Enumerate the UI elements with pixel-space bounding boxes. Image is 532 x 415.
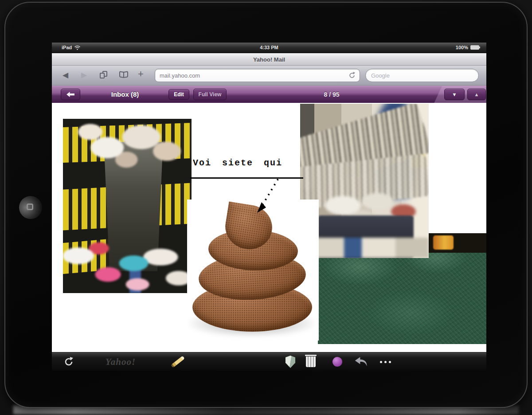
you-are-here-label: Voi siete qui [193,158,308,168]
delete-button[interactable] [303,352,319,371]
horizontal-line [190,177,303,179]
purple-circle-icon [332,357,342,367]
more-button[interactable] [376,352,395,371]
shield-icon [285,356,296,368]
trash-can-photo [63,119,192,293]
clock: 4:33 PM [52,45,486,50]
edit-button[interactable]: Edit [168,89,189,100]
reply-arrow-icon [354,356,368,368]
forward-icon[interactable]: ▶ [81,70,87,80]
status-bar: iPad 4:33 PM 100% [52,43,486,53]
pencil-icon [171,356,185,368]
dotted-arrow [251,177,282,217]
message-counter: 8 / 95 [307,91,356,98]
address-bar[interactable] [155,69,360,82]
person-legs [300,238,429,258]
move-button[interactable] [329,352,345,371]
next-message-button[interactable]: ▼ [444,89,465,100]
page-title: Yahoo! Mail [52,53,486,66]
reply-button[interactable] [352,352,370,371]
battery-percent: 100% [456,45,468,50]
new-tab-icon[interactable]: + [138,69,144,79]
arrow-left-icon [66,92,74,97]
reload-icon[interactable] [348,71,356,79]
trash-icon [306,356,316,367]
person-carrying-waste-photo [300,104,429,258]
poop-figurine-photo [187,200,319,341]
bookmarks-icon[interactable] [119,71,129,78]
scattered-litter [63,231,192,293]
ellipsis-icon [380,361,382,363]
spam-button[interactable] [282,352,298,371]
mail-bottom-toolbar: Yahoo! [52,352,486,371]
back-icon[interactable]: ◀ [63,70,68,80]
pages-icon[interactable] [100,71,109,79]
browser-toolbar: ◀ ▶ + [52,66,486,86]
email-body: Voi siete qui [52,103,486,352]
mail-toolbar: Inbox (8) Edit Full View 8 / 95 ▼ ▲ [52,86,486,103]
ipad-photo: iPad 4:33 PM 100% Yahoo! Mail ◀ [0,0,532,415]
orange-can [433,235,454,250]
ipad-body: iPad 4:33 PM 100% Yahoo! Mail ◀ [4,2,528,408]
home-button[interactable] [19,196,42,219]
home-button-square [27,204,33,210]
battery-icon [470,45,479,50]
ipad-screen: iPad 4:33 PM 100% Yahoo! Mail ◀ [52,43,486,371]
refresh-icon [63,356,74,367]
ellipsis-icon [389,361,391,363]
trash-pile [75,119,182,171]
previous-message-button[interactable]: ▲ [467,89,486,100]
compose-button[interactable] [168,352,188,371]
ellipsis-icon [384,361,387,363]
search-input[interactable] [365,69,479,82]
refresh-button[interactable] [62,352,76,371]
yahoo-logo[interactable]: Yahoo! [96,352,145,371]
mail-back-button[interactable] [61,89,80,100]
full-view-button[interactable]: Full View [193,89,227,100]
inbox-label: Inbox (8) [96,90,154,98]
